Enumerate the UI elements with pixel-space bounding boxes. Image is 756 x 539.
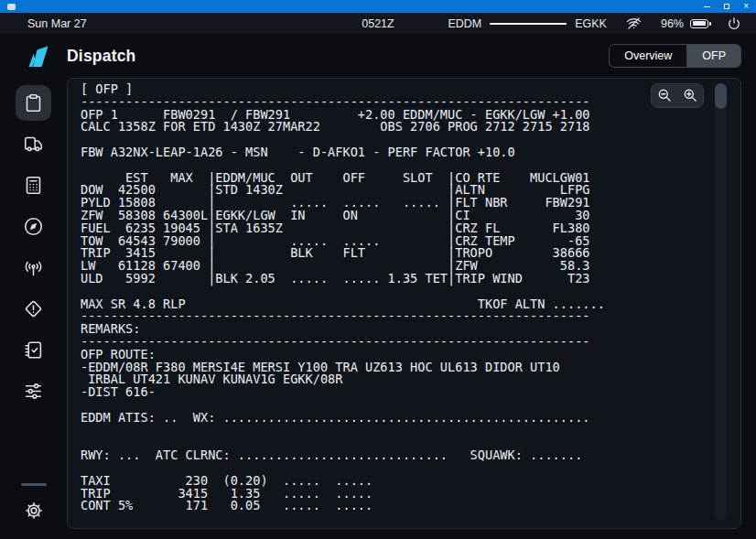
ofp-text: [ OFP ] --------------------------------… [68, 79, 740, 512]
battery-percentage: 96% [661, 17, 684, 30]
page-title: Dispatch [67, 47, 136, 66]
wifi-off-icon [625, 16, 643, 31]
window-titlebar: × [0, 0, 756, 13]
scrollbar-track[interactable] [715, 83, 727, 521]
origin-code: EDDM [448, 17, 481, 30]
maximize-button[interactable] [724, 4, 729, 9]
power-button[interactable] [727, 16, 741, 31]
maximize-icon [724, 4, 729, 9]
scrollbar-thumb[interactable] [715, 83, 727, 109]
sidebar-item-presets[interactable] [16, 373, 51, 409]
close-button[interactable]: × [743, 2, 749, 11]
battery-icon [690, 19, 708, 28]
hazard-diamond-icon [24, 299, 43, 318]
destination-code: EGKK [575, 17, 607, 30]
sliders-icon [24, 382, 43, 401]
app-icon [7, 4, 16, 10]
sidebar-item-performance[interactable] [16, 167, 51, 203]
checklist-icon [24, 340, 43, 360]
sidebar-item-atc[interactable] [16, 250, 51, 286]
zoom-out-icon [657, 88, 673, 103]
zoom-out-button[interactable] [652, 84, 677, 107]
sidebar-item-dispatch[interactable] [16, 85, 51, 121]
gear-icon [24, 501, 44, 521]
calculator-icon [24, 176, 43, 195]
flight-progress: EDDM EGKK [448, 17, 607, 30]
battery-fill [693, 21, 707, 26]
page-header: Dispatch Overview OFP [0, 34, 756, 78]
truck-icon [24, 135, 43, 154]
zoom-controls [651, 83, 704, 108]
status-date: Sun Mar 27 [27, 17, 87, 30]
view-tabs: Overview OFP [609, 44, 741, 68]
sidebar-divider [21, 483, 47, 486]
ofp-document-panel: [ OFP ] --------------------------------… [67, 78, 741, 529]
tab-ofp[interactable]: OFP [686, 45, 740, 67]
sidebar-item-navigation[interactable] [16, 209, 51, 244]
zoom-in-icon [683, 88, 698, 103]
flight-progress-line [490, 23, 567, 25]
minimize-button[interactable] [704, 6, 710, 7]
sidebar-item-settings[interactable] [16, 492, 51, 528]
broadcast-icon [24, 258, 43, 277]
status-bar: Sun Mar 27 0521Z EDDM EGKK 96% [0, 13, 756, 34]
sidebar-item-checklists[interactable] [16, 332, 51, 368]
minimize-icon [704, 6, 710, 7]
flybywire-logo [27, 44, 49, 68]
sidebar [0, 78, 67, 539]
zoom-in-button[interactable] [677, 84, 703, 107]
tab-overview[interactable]: Overview [610, 45, 686, 67]
clipboard-icon [24, 93, 43, 113]
sidebar-item-ground[interactable] [16, 126, 51, 162]
sidebar-item-failures[interactable] [16, 291, 51, 327]
compass-icon [24, 217, 43, 236]
